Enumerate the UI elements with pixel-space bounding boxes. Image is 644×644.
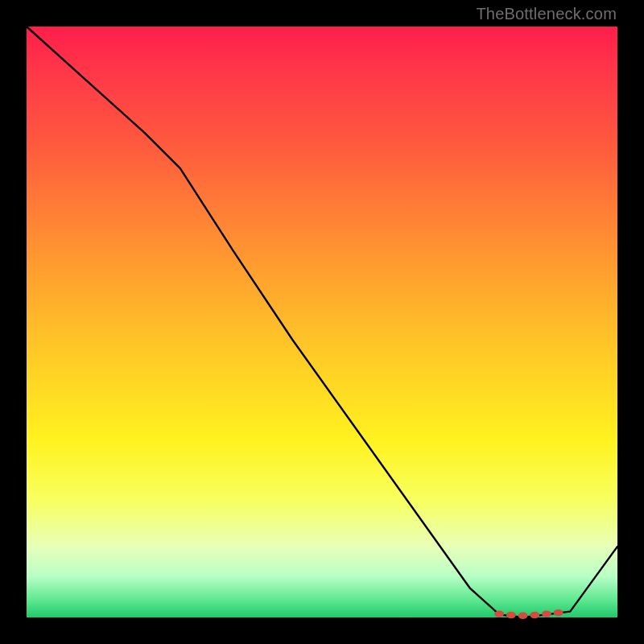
chart-svg [27,27,617,617]
plot-area [27,27,617,617]
bottleneck-curve [27,27,617,617]
marker-point [518,613,528,619]
marker-point [530,612,539,618]
chart-stage: TheBottleneck.com [0,0,644,644]
marker-point [554,609,564,616]
attribution-label: TheBottleneck.com [476,5,617,23]
marker-point [506,612,516,618]
marker-point [494,610,504,617]
marker-point [542,610,551,617]
